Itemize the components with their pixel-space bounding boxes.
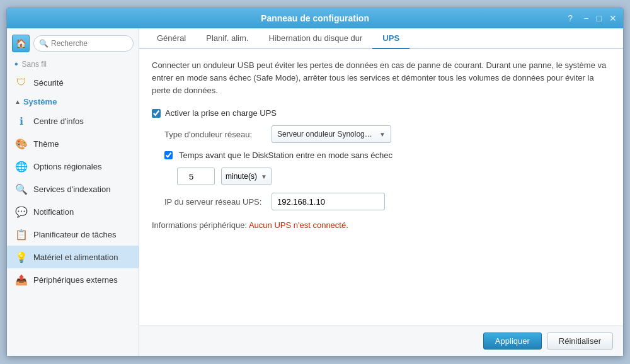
apply-button[interactable]: Appliquer — [483, 333, 542, 350]
ups-time-label: Temps avant que le DiskStation entre en … — [179, 151, 392, 160]
sidebar-item-securite[interactable]: 🛡 Sécurité — [7, 71, 139, 94]
ups-ip-row: IP du serveur réseau UPS: — [164, 193, 610, 210]
enable-ups-row: Activer la prise en charge UPS — [152, 108, 610, 118]
regional-icon: 🌐 — [14, 159, 28, 173]
sidebar-label-notification: Notification — [33, 207, 74, 217]
partial-label: Sans fil — [22, 60, 47, 69]
ups-type-value: Serveur onduleur Synolog… — [277, 130, 372, 139]
notification-icon: 💬 — [14, 205, 28, 219]
tab-hibernation[interactable]: Hibernation du disque dur — [258, 28, 372, 49]
theme-icon: 🎨 — [14, 137, 28, 151]
content-area: 🏠 🔍 • Sans fil 🛡 Sécurité ▲ Système — [7, 28, 623, 356]
sidebar-item-notification[interactable]: 💬 Notification — [7, 200, 139, 223]
ups-info-value: Aucun UPS n'est connecté. — [249, 220, 348, 230]
unit-dropdown-arrow-icon: ▼ — [261, 173, 267, 180]
sidebar: 🏠 🔍 • Sans fil 🛡 Sécurité ▲ Système — [7, 28, 139, 356]
hardware-icon: 💡 — [14, 250, 28, 264]
chevron-down-icon: ▲ — [14, 98, 21, 105]
sidebar-label-theme: Thème — [33, 139, 59, 149]
ups-unit-value: minute(s) — [226, 172, 257, 181]
ups-unit-dropdown[interactable]: minute(s) ▼ — [221, 168, 272, 185]
sidebar-label-options-regionales: Options régionales — [33, 162, 101, 171]
sidebar-label-services-indexation: Services d'indexation — [33, 185, 110, 194]
ups-ip-label: IP du serveur réseau UPS: — [164, 197, 265, 207]
sidebar-label-securite: Sécurité — [33, 78, 64, 88]
restore-button[interactable]: □ — [594, 13, 604, 23]
info-icon: ℹ — [14, 114, 28, 128]
shield-icon: 🛡 — [14, 76, 28, 89]
ups-type-row: Type d'onduleur réseau: Serveur onduleur… — [164, 125, 610, 143]
search-box: 🔍 — [33, 35, 134, 52]
sidebar-item-theme[interactable]: 🎨 Thème — [7, 132, 139, 155]
sidebar-header: 🏠 🔍 — [7, 31, 139, 56]
indexation-icon: 🔍 — [14, 182, 28, 196]
ups-type-dropdown[interactable]: Serveur onduleur Synolog… ▼ — [272, 125, 391, 143]
sidebar-section-systeme[interactable]: ▲ Système — [7, 94, 139, 110]
ups-time-value-row: minute(s) ▼ — [177, 168, 610, 185]
sidebar-partial: • Sans fil — [7, 56, 139, 71]
ups-time-checkbox-row: Temps avant que le DiskStation entre en … — [164, 151, 610, 160]
minimize-button[interactable]: − — [581, 13, 591, 23]
tab-planif-alim[interactable]: Planif. alim. — [196, 28, 258, 49]
ups-ip-input[interactable] — [272, 193, 385, 210]
sidebar-section-label-systeme: Système — [23, 97, 57, 106]
enable-ups-checkbox[interactable] — [152, 109, 161, 118]
search-input[interactable] — [51, 39, 128, 48]
search-icon: 🔍 — [39, 39, 49, 48]
tab-general[interactable]: Général — [147, 28, 196, 49]
sidebar-item-centre-infos[interactable]: ℹ Centre d'infos — [7, 110, 139, 132]
sidebar-label-peripheriques: Périphériques externes — [33, 275, 118, 285]
dropdown-arrow-icon: ▼ — [379, 131, 386, 138]
ups-type-label: Type d'onduleur réseau: — [164, 130, 265, 139]
ups-info-label: Informations périphérique: — [152, 220, 247, 230]
bottom-bar: Appliquer Réinitialiser — [139, 326, 623, 356]
sidebar-label-materiel: Matériel et alimentation — [33, 253, 118, 262]
ups-time-input[interactable] — [177, 168, 215, 185]
ups-form: Activer la prise en charge UPS Type d'on… — [152, 108, 610, 230]
sidebar-item-planificateur[interactable]: 📋 Planificateur de tâches — [7, 223, 139, 246]
help-icon[interactable]: ? — [568, 13, 573, 23]
home-button[interactable]: 🏠 — [12, 35, 30, 52]
close-button[interactable]: ✕ — [607, 13, 619, 23]
ups-time-checkbox[interactable] — [164, 151, 173, 159]
planner-icon: 📋 — [14, 227, 28, 241]
ups-info-row: Informations périphérique: Aucun UPS n'e… — [152, 220, 610, 230]
peripherals-icon: 📤 — [14, 273, 28, 287]
tabs-bar: Général Planif. alim. Hibernation du dis… — [139, 28, 623, 49]
sidebar-label-planificateur: Planificateur de tâches — [33, 230, 117, 239]
window-controls: − □ ✕ — [581, 13, 619, 23]
sidebar-item-materiel[interactable]: 💡 Matériel et alimentation — [7, 246, 139, 268]
sidebar-item-peripheriques[interactable]: 📤 Périphériques externes — [7, 268, 139, 291]
sidebar-item-services-indexation[interactable]: 🔍 Services d'indexation — [7, 178, 139, 200]
titlebar: Panneau de configuration ? − □ ✕ — [7, 8, 623, 28]
tab-ups[interactable]: UPS — [372, 28, 410, 49]
sidebar-label-centre-infos: Centre d'infos — [33, 117, 84, 126]
main-window: Panneau de configuration ? − □ ✕ 🏠 🔍 • S… — [6, 8, 624, 356]
window-title: Panneau de configuration — [261, 13, 369, 23]
reset-button[interactable]: Réinitialiser — [547, 333, 613, 350]
ups-description: Connecter un onduleur USB peut éviter le… — [152, 59, 610, 97]
ups-panel-content: Connecter un onduleur USB peut éviter le… — [139, 49, 623, 326]
main-panel: Général Planif. alim. Hibernation du dis… — [139, 28, 623, 356]
enable-ups-label: Activer la prise en charge UPS — [165, 108, 277, 118]
sidebar-item-options-regionales[interactable]: 🌐 Options régionales — [7, 155, 139, 178]
